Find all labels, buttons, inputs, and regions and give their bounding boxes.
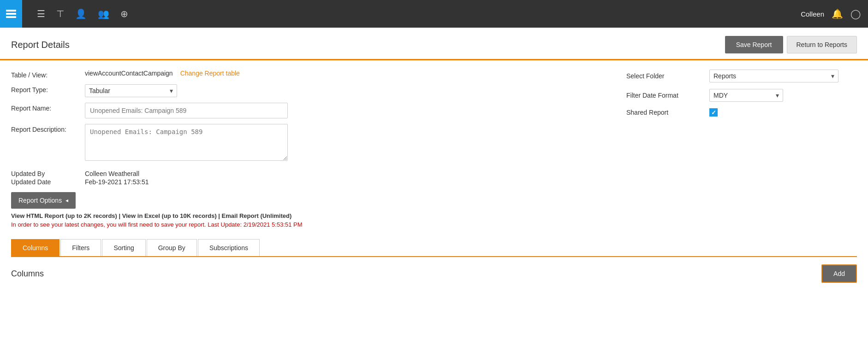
report-options-arrow-icon: ◂ (65, 197, 68, 204)
view-links-section: View HTML Report (up to 2K records) | Vi… (0, 211, 868, 230)
select-folder-label: Select Folder (626, 72, 709, 80)
tab-sorting[interactable]: Sorting (102, 239, 145, 256)
report-name-label: Report Name: (11, 103, 85, 112)
grid-icon[interactable]: ⊤ (56, 8, 64, 19)
updated-date-row: Updated Date Feb-19-2021 17:53:51 (11, 178, 857, 186)
report-options-button[interactable]: Report Options ◂ (11, 192, 76, 209)
tab-columns[interactable]: Columns (11, 239, 59, 256)
user-account-icon[interactable]: ◯ (850, 8, 861, 19)
updated-date-label: Updated Date (11, 178, 85, 186)
report-description-row: Report Description: (11, 124, 626, 161)
form-right: Select Folder Reports Filter Date Format… (626, 70, 857, 166)
save-notice-text: In order to see your latest changes, you… (11, 221, 857, 228)
nav-username: Colleen (801, 10, 824, 18)
top-navigation: ☰ ⊤ 👤 👥 ⊕ Colleen 🔔 ◯ (0, 0, 868, 28)
tab-filters[interactable]: Filters (60, 239, 101, 256)
updated-section: Updated By Colleen Weatherall Updated Da… (0, 166, 868, 188)
select-folder-row: Select Folder Reports (626, 70, 857, 82)
header-buttons: Save Report Return to Reports (725, 36, 857, 53)
report-type-value: Tabular (89, 87, 110, 94)
plus-circle-icon[interactable]: ⊕ (120, 8, 128, 19)
report-type-label: Report Type: (11, 84, 85, 94)
page-header: Report Details Save Report Return to Rep… (0, 28, 868, 59)
contact-card-icon[interactable]: 👤 (75, 8, 87, 19)
main-content: Report Details Save Report Return to Rep… (0, 28, 868, 363)
report-options-label: Report Options (18, 197, 62, 204)
updated-by-label: Updated By (11, 170, 85, 177)
date-format-select[interactable]: MDY (709, 89, 783, 102)
updated-by-value: Colleen Weatherall (85, 170, 139, 177)
tab-group-by[interactable]: Group By (147, 239, 197, 256)
checkbox-checkmark: ✓ (711, 109, 716, 116)
stack-icon (6, 10, 16, 18)
shared-report-row: Shared Report ✓ (626, 108, 857, 117)
add-column-button[interactable]: Add (821, 264, 857, 283)
notification-icon[interactable]: 🔔 (832, 8, 843, 19)
date-format-value: MDY (713, 92, 728, 99)
group-icon[interactable]: 👥 (98, 8, 109, 19)
updated-by-row: Updated By Colleen Weatherall (11, 170, 857, 177)
folder-select-value: Reports (713, 72, 736, 80)
page-title: Report Details (11, 40, 70, 50)
report-type-row: Report Type: Tabular (11, 84, 626, 97)
tabs-section: Columns Filters Sorting Group By Subscri… (0, 230, 868, 257)
app-logo[interactable] (0, 0, 22, 28)
view-links-text: View HTML Report (up to 2K records) | Vi… (11, 212, 857, 219)
report-name-input[interactable] (85, 103, 288, 118)
shared-report-label: Shared Report (626, 109, 709, 116)
report-description-label: Report Description: (11, 124, 85, 133)
tabs-bar: Columns Filters Sorting Group By Subscri… (11, 239, 857, 257)
table-view-row: Table / View: viewAccountContactCampaign… (11, 70, 626, 79)
report-description-input[interactable] (85, 124, 288, 161)
save-report-button[interactable]: Save Report (725, 36, 783, 53)
report-name-row: Report Name: (11, 103, 626, 118)
nav-right-section: Colleen 🔔 ◯ (801, 8, 861, 19)
report-type-dropdown-arrow (170, 87, 173, 94)
date-format-dropdown-arrow (776, 92, 779, 99)
folder-select[interactable]: Reports (709, 70, 838, 82)
columns-title: Columns (11, 269, 44, 279)
table-view-value: viewAccountContactCampaign (85, 70, 173, 77)
report-type-select[interactable]: Tabular (85, 84, 177, 97)
shared-report-checkbox[interactable]: ✓ (709, 108, 718, 117)
filter-date-format-label: Filter Date Format (626, 92, 709, 99)
return-to-reports-button[interactable]: Return to Reports (787, 36, 857, 53)
menu-icon[interactable]: ☰ (37, 8, 45, 19)
columns-section: Columns Add (0, 257, 868, 290)
form-left: Table / View: viewAccountContactCampaign… (11, 70, 626, 166)
tab-subscriptions[interactable]: Subscriptions (198, 239, 260, 256)
updated-date-value: Feb-19-2021 17:53:51 (85, 178, 149, 186)
folder-dropdown-arrow (831, 72, 834, 80)
filter-date-format-row: Filter Date Format MDY (626, 89, 857, 102)
table-view-label: Table / View: (11, 70, 85, 79)
form-split: Table / View: viewAccountContactCampaign… (0, 60, 868, 166)
report-options-section: Report Options ◂ (0, 188, 868, 211)
change-report-table-link[interactable]: Change Report table (180, 70, 240, 77)
